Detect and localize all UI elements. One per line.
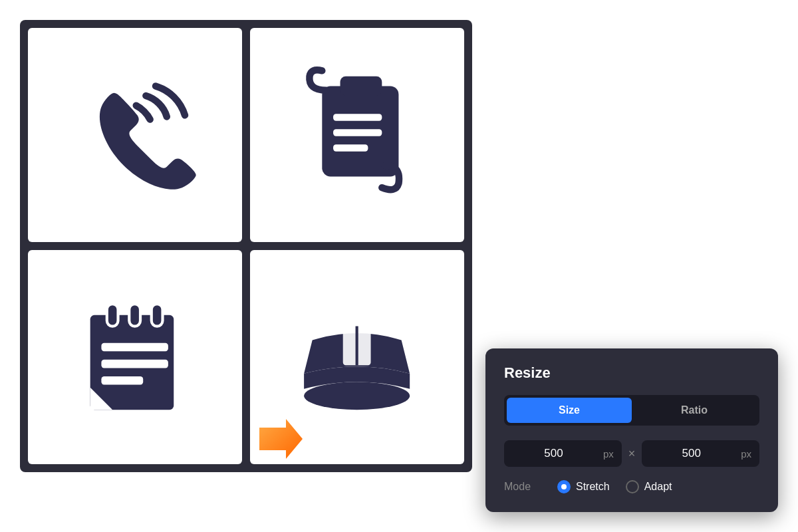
svg-rect-1 — [340, 76, 382, 96]
width-input-group: px — [504, 440, 622, 467]
height-input[interactable] — [642, 440, 741, 467]
width-unit: px — [603, 442, 622, 466]
books-icon — [287, 287, 426, 426]
mode-row: Mode Stretch Adapt — [504, 480, 759, 493]
cross-symbol: × — [628, 447, 636, 461]
ratio-tab[interactable]: Ratio — [632, 398, 757, 423]
svg-rect-12 — [102, 376, 144, 385]
scroll-icon — [287, 65, 426, 204]
svg-rect-4 — [333, 145, 368, 152]
height-input-group: px — [642, 440, 759, 467]
resize-panel: Resize Size Ratio px × px Mode Stretch A… — [485, 348, 778, 512]
arrow-container — [253, 412, 306, 466]
svg-rect-8 — [130, 304, 141, 326]
tab-row: Size Ratio — [504, 395, 759, 426]
right-arrow-icon — [253, 416, 306, 462]
icon-grid — [20, 20, 472, 472]
stretch-radio[interactable] — [557, 480, 571, 493]
phone-icon — [65, 65, 204, 204]
svg-rect-3 — [333, 130, 382, 136]
height-unit: px — [741, 442, 759, 466]
mode-label: Mode — [504, 481, 544, 493]
dimension-row: px × px — [504, 440, 759, 467]
notepad-icon-cell — [28, 250, 242, 464]
svg-rect-7 — [107, 304, 118, 326]
notepad-icon — [65, 287, 204, 426]
width-input[interactable] — [504, 440, 603, 467]
adapt-option[interactable]: Adapt — [626, 480, 672, 493]
adapt-label: Adapt — [644, 481, 672, 493]
svg-rect-10 — [102, 343, 168, 352]
phone-icon-cell — [28, 28, 242, 242]
adapt-radio[interactable] — [626, 480, 639, 493]
svg-point-13 — [304, 382, 410, 410]
stretch-label: Stretch — [576, 481, 610, 493]
svg-rect-9 — [152, 304, 163, 326]
resize-title: Resize — [504, 364, 759, 382]
svg-rect-2 — [333, 114, 382, 121]
scroll-icon-cell — [250, 28, 464, 242]
svg-rect-11 — [102, 360, 168, 368]
size-tab[interactable]: Size — [507, 398, 632, 423]
stretch-option[interactable]: Stretch — [557, 480, 610, 493]
